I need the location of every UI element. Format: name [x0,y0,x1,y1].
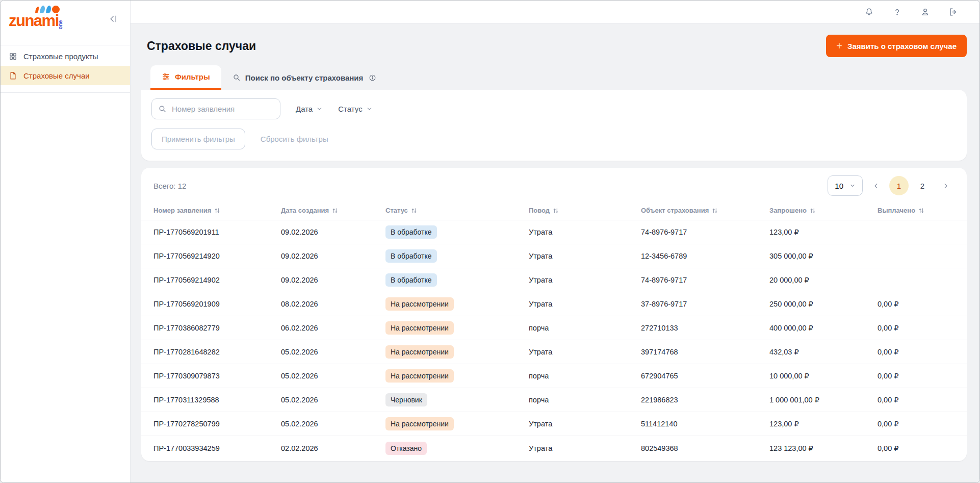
plus-icon: + [836,41,842,51]
help-icon[interactable] [892,7,902,17]
cell-reason: порча [529,396,641,404]
column-header[interactable]: Статус [385,207,529,214]
cell-reason: Утрата [529,420,641,428]
status-filter-dropdown[interactable]: Статус [338,105,372,113]
table-row[interactable]: ПР-1770309079873 05.02.2026 На рассмотре… [141,364,967,388]
table-row[interactable]: ПР-1770569214902 09.02.2026 В обработке … [141,268,967,292]
cell-paid-amount: 0,00 ₽ [878,396,955,404]
brand-suffix: one [58,20,63,30]
cell-reason: Утрата [529,444,641,452]
page-button-1[interactable]: 1 [889,176,909,195]
column-header[interactable]: Повод [529,207,641,214]
sidebar-item-insurance-products[interactable]: Страховые продукты [1,46,130,66]
tab-filters[interactable]: Фильтры [150,65,221,90]
table-row[interactable]: ПР-1770569214920 09.02.2026 В обработке … [141,244,967,268]
cell-insured-object: 221986823 [641,396,769,404]
sidebar-collapse-icon[interactable] [109,14,119,26]
cell-reason: Утрата [529,276,641,284]
user-icon[interactable] [920,7,930,17]
table-header-row: Номер заявления Дата создания Статус Пов… [141,201,967,220]
page-content: Страховые случаи + Заявить о страховом с… [131,23,979,482]
cell-created-date: 09.02.2026 [281,252,385,260]
column-header[interactable]: Объект страхования [641,207,769,214]
total-count: Всего: 12 [153,182,186,190]
cell-requested-amount: 1 000 001,00 ₽ [769,396,878,404]
application-number-field[interactable] [151,98,280,119]
sidebar-item-label: Страховые продукты [23,52,98,61]
sort-icon[interactable] [214,207,221,214]
sort-icon[interactable] [809,207,816,214]
cell-paid-amount: 0,00 ₽ [878,372,955,380]
table-row[interactable]: ПР-1770386082779 06.02.2026 На рассмотре… [141,316,967,340]
column-label: Запрошено [769,207,807,214]
cell-reason: Утрата [529,348,641,356]
chevron-down-icon [849,183,856,189]
report-case-button[interactable]: + Заявить о страховом случае [826,35,967,57]
apply-filters-button[interactable]: Применить фильтры [151,129,245,149]
status-badge: На рассмотрении [385,369,454,383]
cell-requested-amount: 123,00 ₽ [769,420,878,428]
cell-requested-amount: 10 000,00 ₽ [769,372,878,380]
table-row[interactable]: ПР-1770033934259 02.02.2026 Отказано Утр… [141,436,967,460]
cell-insured-object: 74-8976-9717 [641,228,769,236]
sidebar-item-label: Страховые случаи [23,71,90,80]
sort-icon[interactable] [331,207,339,214]
cell-application-number: ПР-1770281648282 [153,348,281,356]
cell-created-date: 06.02.2026 [281,324,385,332]
cell-created-date: 05.02.2026 [281,396,385,404]
cell-insured-object: 397174768 [641,348,769,356]
cases-table-card: Всего: 12 10 1 2 [141,168,967,461]
reset-filters-button[interactable]: Сбросить фильтры [261,135,328,143]
cell-created-date: 05.02.2026 [281,372,385,380]
application-number-input[interactable] [172,105,274,113]
page-button-2[interactable]: 2 [913,176,932,195]
column-label: Дата создания [281,207,329,214]
table-row[interactable]: ПР-1770569201909 08.02.2026 На рассмотре… [141,292,967,316]
filter-sliders-icon [162,72,170,81]
tab-search-by-object[interactable]: Поиск по объекту страхования [221,65,388,90]
cell-reason: Утрата [529,228,641,236]
cell-application-number: ПР-1770033934259 [153,444,281,452]
bell-icon[interactable] [864,7,874,17]
date-filter-dropdown[interactable]: Дата [296,105,323,113]
document-icon [9,71,17,80]
sidebar-header: zunami one [1,1,130,45]
cell-insured-object: 12-3456-6789 [641,252,769,260]
table-body: ПР-1770569201911 09.02.2026 В обработке … [141,220,967,460]
brand-logo: zunami one [9,13,59,29]
sort-icon[interactable] [552,207,559,214]
prev-page-icon[interactable] [867,176,885,195]
logout-icon[interactable] [948,7,958,17]
cell-created-date: 05.02.2026 [281,420,385,428]
table-row[interactable]: ПР-1770569201911 09.02.2026 В обработке … [141,220,967,244]
column-label: Выплачено [878,207,915,214]
next-page-icon[interactable] [936,176,955,195]
column-header[interactable]: Дата создания [281,207,385,214]
table-row[interactable]: ПР-1770278250799 05.02.2026 На рассмотре… [141,412,967,436]
status-badge: На рассмотрении [385,321,454,335]
sort-icon[interactable] [410,207,418,214]
page-size-select[interactable]: 10 [828,175,863,196]
topbar [131,1,979,23]
column-header[interactable]: Номер заявления [153,207,281,214]
status-badge: На рассмотрении [385,297,454,311]
cell-application-number: ПР-1770311329588 [153,396,281,404]
column-header[interactable]: Выплачено [878,207,955,214]
app-window: zunami one Страховые продукты [0,0,980,483]
cell-requested-amount: 305 000,00 ₽ [769,252,878,260]
table-row[interactable]: ПР-1770311329588 05.02.2026 Черновик пор… [141,388,967,412]
cell-created-date: 08.02.2026 [281,300,385,308]
cell-application-number: ПР-1770569214920 [153,252,281,260]
cell-requested-amount: 250 000,00 ₽ [769,300,878,308]
cell-insured-object: 672904765 [641,372,769,380]
search-icon [158,105,167,113]
table-row[interactable]: ПР-1770281648282 05.02.2026 На рассмотре… [141,340,967,364]
sidebar-item-insurance-cases[interactable]: Страховые случаи [1,66,130,85]
cell-requested-amount: 432,03 ₽ [769,348,878,356]
sort-icon[interactable] [918,207,925,214]
cell-paid-amount: 0,00 ₽ [878,420,955,428]
column-header[interactable]: Запрошено [769,207,878,214]
status-badge: На рассмотрении [385,417,454,430]
sort-icon[interactable] [711,207,718,214]
pagination: 10 1 2 [828,175,955,196]
